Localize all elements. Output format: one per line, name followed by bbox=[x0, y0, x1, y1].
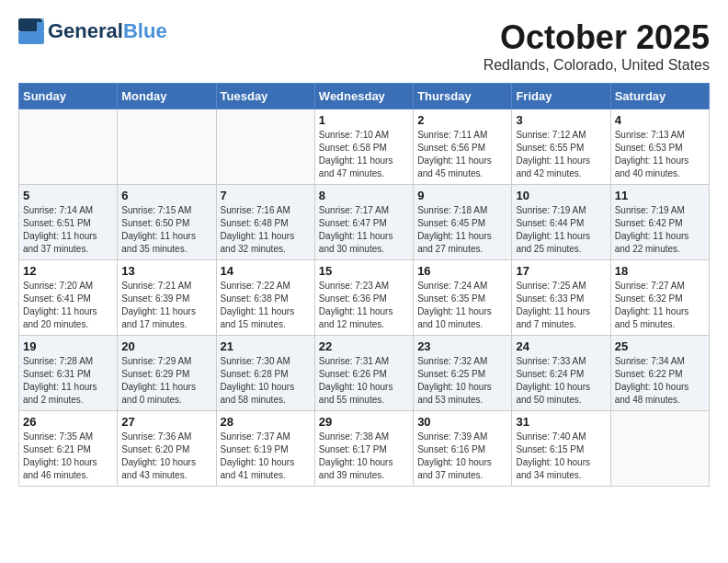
svg-rect-1 bbox=[18, 31, 44, 44]
calendar-week-row: 26Sunrise: 7:35 AM Sunset: 6:21 PM Dayli… bbox=[19, 411, 710, 487]
svg-marker-2 bbox=[37, 22, 44, 31]
day-info: Sunrise: 7:39 AM Sunset: 6:16 PM Dayligh… bbox=[417, 431, 507, 482]
day-info: Sunrise: 7:16 AM Sunset: 6:48 PM Dayligh… bbox=[221, 204, 311, 256]
day-info: Sunrise: 7:35 AM Sunset: 6:21 PM Dayligh… bbox=[23, 431, 113, 482]
calendar-day-cell: 31Sunrise: 7:40 AM Sunset: 6:15 PM Dayli… bbox=[512, 411, 610, 487]
weekday-header: Thursday bbox=[414, 84, 512, 109]
month-title: October 2025 bbox=[483, 18, 710, 57]
calendar-day-cell: 30Sunrise: 7:39 AM Sunset: 6:16 PM Dayli… bbox=[414, 411, 512, 487]
day-info: Sunrise: 7:19 AM Sunset: 6:44 PM Dayligh… bbox=[516, 204, 606, 256]
calendar-day-cell: 21Sunrise: 7:30 AM Sunset: 6:28 PM Dayli… bbox=[216, 336, 314, 411]
day-number: 6 bbox=[121, 189, 211, 202]
day-number: 9 bbox=[417, 189, 507, 202]
calendar-day-cell: 8Sunrise: 7:17 AM Sunset: 6:47 PM Daylig… bbox=[314, 185, 413, 260]
calendar-day-cell bbox=[216, 109, 314, 185]
weekday-header: Wednesday bbox=[314, 84, 413, 109]
logo-icon bbox=[18, 18, 44, 44]
day-number: 22 bbox=[319, 339, 409, 353]
calendar-day-cell: 3Sunrise: 7:12 AM Sunset: 6:55 PM Daylig… bbox=[512, 109, 610, 185]
day-number: 24 bbox=[516, 339, 606, 353]
day-number: 3 bbox=[516, 113, 606, 127]
calendar-day-cell: 28Sunrise: 7:37 AM Sunset: 6:19 PM Dayli… bbox=[216, 411, 314, 487]
day-info: Sunrise: 7:37 AM Sunset: 6:19 PM Dayligh… bbox=[221, 431, 311, 482]
calendar-header-row: SundayMondayTuesdayWednesdayThursdayFrid… bbox=[19, 84, 710, 109]
day-number: 27 bbox=[121, 415, 211, 429]
day-info: Sunrise: 7:19 AM Sunset: 6:42 PM Dayligh… bbox=[615, 204, 705, 256]
day-info: Sunrise: 7:21 AM Sunset: 6:39 PM Dayligh… bbox=[121, 280, 211, 331]
weekday-header: Tuesday bbox=[216, 84, 314, 109]
day-info: Sunrise: 7:30 AM Sunset: 6:28 PM Dayligh… bbox=[221, 355, 311, 407]
day-info: Sunrise: 7:10 AM Sunset: 6:58 PM Dayligh… bbox=[319, 129, 409, 180]
day-number: 15 bbox=[319, 264, 409, 278]
logo-general: General bbox=[48, 19, 123, 43]
calendar-day-cell: 4Sunrise: 7:13 AM Sunset: 6:53 PM Daylig… bbox=[610, 109, 709, 185]
calendar-day-cell bbox=[118, 109, 216, 185]
day-number: 31 bbox=[516, 415, 606, 429]
day-number: 21 bbox=[221, 339, 311, 353]
calendar-day-cell: 17Sunrise: 7:25 AM Sunset: 6:33 PM Dayli… bbox=[512, 260, 610, 336]
day-info: Sunrise: 7:33 AM Sunset: 6:24 PM Dayligh… bbox=[516, 355, 606, 407]
calendar-day-cell: 25Sunrise: 7:34 AM Sunset: 6:22 PM Dayli… bbox=[610, 336, 709, 411]
day-number: 23 bbox=[417, 339, 507, 353]
day-number: 30 bbox=[417, 415, 507, 429]
calendar-day-cell: 11Sunrise: 7:19 AM Sunset: 6:42 PM Dayli… bbox=[610, 185, 709, 260]
calendar-week-row: 5Sunrise: 7:14 AM Sunset: 6:51 PM Daylig… bbox=[19, 185, 710, 260]
day-number: 11 bbox=[615, 189, 705, 202]
weekday-header: Monday bbox=[118, 84, 216, 109]
day-info: Sunrise: 7:20 AM Sunset: 6:41 PM Dayligh… bbox=[23, 280, 113, 331]
calendar-day-cell: 24Sunrise: 7:33 AM Sunset: 6:24 PM Dayli… bbox=[512, 336, 610, 411]
day-info: Sunrise: 7:14 AM Sunset: 6:51 PM Dayligh… bbox=[23, 204, 113, 256]
calendar-day-cell: 14Sunrise: 7:22 AM Sunset: 6:38 PM Dayli… bbox=[216, 260, 314, 336]
day-info: Sunrise: 7:24 AM Sunset: 6:35 PM Dayligh… bbox=[417, 280, 507, 331]
day-info: Sunrise: 7:28 AM Sunset: 6:31 PM Dayligh… bbox=[23, 355, 113, 407]
day-info: Sunrise: 7:38 AM Sunset: 6:17 PM Dayligh… bbox=[319, 431, 409, 482]
day-info: Sunrise: 7:13 AM Sunset: 6:53 PM Dayligh… bbox=[615, 129, 705, 180]
logo-blue: Blue bbox=[123, 19, 167, 43]
calendar-day-cell: 19Sunrise: 7:28 AM Sunset: 6:31 PM Dayli… bbox=[19, 336, 118, 411]
day-number: 28 bbox=[221, 415, 311, 429]
calendar-day-cell: 27Sunrise: 7:36 AM Sunset: 6:20 PM Dayli… bbox=[118, 411, 216, 487]
day-info: Sunrise: 7:17 AM Sunset: 6:47 PM Dayligh… bbox=[319, 204, 409, 256]
day-number: 7 bbox=[221, 189, 311, 202]
day-info: Sunrise: 7:18 AM Sunset: 6:45 PM Dayligh… bbox=[417, 204, 507, 256]
day-info: Sunrise: 7:29 AM Sunset: 6:29 PM Dayligh… bbox=[121, 355, 211, 407]
page-header: General Blue October 2025 Redlands, Colo… bbox=[18, 18, 710, 74]
calendar-day-cell: 9Sunrise: 7:18 AM Sunset: 6:45 PM Daylig… bbox=[414, 185, 512, 260]
day-number: 16 bbox=[417, 264, 507, 278]
calendar-week-row: 1Sunrise: 7:10 AM Sunset: 6:58 PM Daylig… bbox=[19, 109, 710, 185]
day-number: 14 bbox=[221, 264, 311, 278]
calendar-day-cell: 1Sunrise: 7:10 AM Sunset: 6:58 PM Daylig… bbox=[314, 109, 413, 185]
day-info: Sunrise: 7:31 AM Sunset: 6:26 PM Dayligh… bbox=[319, 355, 409, 407]
day-number: 26 bbox=[23, 415, 113, 429]
day-info: Sunrise: 7:12 AM Sunset: 6:55 PM Dayligh… bbox=[516, 129, 606, 180]
day-number: 2 bbox=[417, 113, 507, 127]
location: Redlands, Colorado, United States bbox=[483, 57, 710, 74]
title-area: October 2025 Redlands, Colorado, United … bbox=[483, 18, 710, 74]
calendar-day-cell bbox=[19, 109, 118, 185]
day-info: Sunrise: 7:40 AM Sunset: 6:15 PM Dayligh… bbox=[516, 431, 606, 482]
calendar-day-cell: 22Sunrise: 7:31 AM Sunset: 6:26 PM Dayli… bbox=[314, 336, 413, 411]
day-number: 13 bbox=[121, 264, 211, 278]
weekday-header: Sunday bbox=[19, 84, 118, 109]
day-number: 20 bbox=[121, 339, 211, 353]
day-info: Sunrise: 7:34 AM Sunset: 6:22 PM Dayligh… bbox=[615, 355, 705, 407]
calendar-table: SundayMondayTuesdayWednesdayThursdayFrid… bbox=[18, 83, 710, 487]
calendar-day-cell: 7Sunrise: 7:16 AM Sunset: 6:48 PM Daylig… bbox=[216, 185, 314, 260]
day-info: Sunrise: 7:15 AM Sunset: 6:50 PM Dayligh… bbox=[121, 204, 211, 256]
calendar-week-row: 19Sunrise: 7:28 AM Sunset: 6:31 PM Dayli… bbox=[19, 336, 710, 411]
day-number: 18 bbox=[615, 264, 705, 278]
weekday-header: Friday bbox=[512, 84, 610, 109]
calendar-day-cell: 6Sunrise: 7:15 AM Sunset: 6:50 PM Daylig… bbox=[118, 185, 216, 260]
day-number: 25 bbox=[615, 339, 705, 353]
calendar-day-cell: 10Sunrise: 7:19 AM Sunset: 6:44 PM Dayli… bbox=[512, 185, 610, 260]
day-info: Sunrise: 7:32 AM Sunset: 6:25 PM Dayligh… bbox=[417, 355, 507, 407]
day-info: Sunrise: 7:27 AM Sunset: 6:32 PM Dayligh… bbox=[615, 280, 705, 331]
calendar-day-cell: 13Sunrise: 7:21 AM Sunset: 6:39 PM Dayli… bbox=[118, 260, 216, 336]
day-number: 19 bbox=[23, 339, 113, 353]
calendar-day-cell: 23Sunrise: 7:32 AM Sunset: 6:25 PM Dayli… bbox=[414, 336, 512, 411]
logo: General Blue bbox=[18, 18, 167, 44]
day-number: 1 bbox=[319, 113, 409, 127]
calendar-day-cell: 29Sunrise: 7:38 AM Sunset: 6:17 PM Dayli… bbox=[314, 411, 413, 487]
calendar-week-row: 12Sunrise: 7:20 AM Sunset: 6:41 PM Dayli… bbox=[19, 260, 710, 336]
day-number: 5 bbox=[23, 189, 113, 202]
